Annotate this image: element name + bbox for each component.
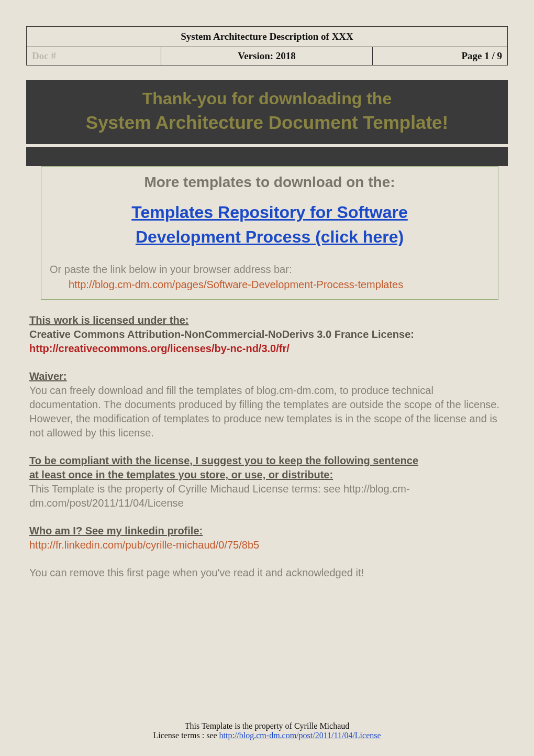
callout-title: More templates to download on the: [50,173,490,200]
doc-number-cell: Doc # [27,47,161,65]
banner-line2: System Architecture Document Template! [36,110,498,135]
callout-url: http://blog.cm-dm.com/pages/Software-Dev… [69,279,490,291]
templates-repository-link[interactable]: Templates Repository for Software Develo… [50,200,490,249]
page-label: Page [461,50,482,61]
version-cell: Version: 2018 [161,47,373,65]
footer-license-link[interactable]: http://blog.cm-dm.com/post/2011/11/04/Li… [219,731,381,740]
footer-line2: License terms : see http://blog.cm-dm.co… [26,731,508,740]
compliance-heading-l2: at least once in the templates you store… [29,468,505,482]
waiver-section: Waiver: You can freely download and fill… [26,369,508,440]
callout-subtext: Or paste the link below in your browser … [50,264,490,276]
license-section: This work is licensed under the: Creativ… [26,313,508,356]
version-value: 2018 [276,50,296,61]
remove-note: You can remove this first page when you'… [29,566,505,580]
page-header-frame: System Architecture Description of XXX D… [26,26,508,65]
who-heading: Who am I? See my linkedin profile: [29,524,505,538]
waiver-text: You can freely download and fill the tem… [29,384,505,440]
license-url: http://creativecommons.org/licenses/by-n… [29,342,505,356]
page-number-cell: Page 1 / 9 [373,47,507,65]
footer-line2-prefix: License terms : see [153,731,219,740]
waiver-heading: Waiver: [29,369,505,384]
linkedin-url: http://fr.linkedin.com/pub/cyrille-micha… [29,538,505,552]
header-meta-row: Doc # Version: 2018 Page 1 / 9 [27,47,507,65]
compliance-heading-l1: To be compliant with the license, I sugg… [29,454,505,468]
footer-line1: This Template is the property of Cyrille… [26,721,508,731]
page-value: 1 / 9 [484,50,502,61]
callout-link-line2: Development Process (click here) [136,227,404,246]
templates-callout: More templates to download on the: Templ… [41,166,498,300]
license-heading: This work is licensed under the: [29,313,505,327]
version-label: Version: [238,50,273,61]
remove-note-section: You can remove this first page when you'… [26,566,508,580]
banner-spacer [26,147,508,166]
compliance-section: To be compliant with the license, I sugg… [26,454,508,510]
callout-link-line1: Templates Repository for Software [131,203,408,222]
thank-you-banner: Thank-you for downloading the System Arc… [26,80,508,144]
who-section: Who am I? See my linkedin profile: http:… [26,524,508,552]
doc-title: System Architecture Description of XXX [27,27,507,47]
banner-line1: Thank-you for downloading the [36,87,498,110]
page-footer: This Template is the property of Cyrille… [26,700,508,740]
license-name: Creative Commons Attribution-NonCommerci… [29,327,505,342]
compliance-text: This Template is the property of Cyrille… [29,482,505,510]
